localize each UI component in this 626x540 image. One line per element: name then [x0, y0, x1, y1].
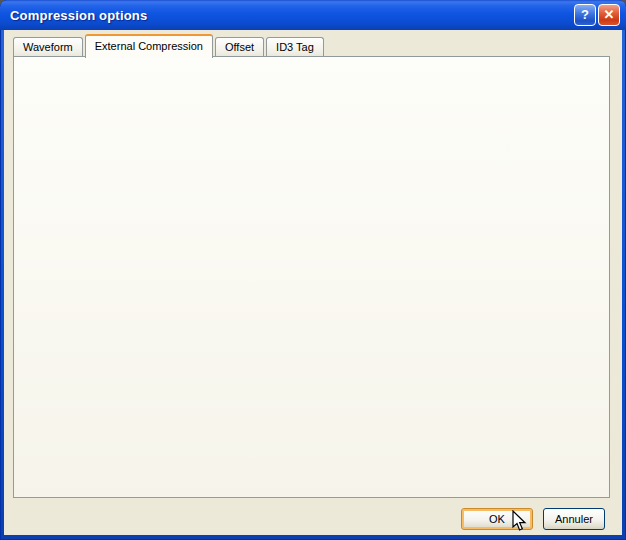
close-button[interactable]: ✕ — [598, 4, 620, 26]
window-title: Compression options — [0, 8, 147, 23]
compression-options-dialog: Compression options ? ✕ Waveform Externa… — [0, 0, 626, 540]
help-icon: ? — [581, 7, 589, 22]
tab-id3-tag[interactable]: ID3 Tag — [266, 37, 324, 57]
tab-strip: Waveform External Compression Offset ID3… — [13, 33, 326, 57]
external-compression-page — [13, 56, 610, 498]
tab-offset[interactable]: Offset — [215, 37, 264, 57]
help-button[interactable]: ? — [574, 4, 596, 26]
tab-external-compression[interactable]: External Compression — [85, 34, 213, 58]
mouse-cursor-icon — [512, 510, 528, 532]
tab-waveform[interactable]: Waveform — [13, 37, 83, 57]
close-icon: ✕ — [604, 7, 615, 22]
title-bar[interactable]: Compression options ? ✕ — [0, 0, 626, 30]
dialog-body: Waveform External Compression Offset ID3… — [4, 30, 622, 535]
cancel-button[interactable]: Annuler — [543, 508, 605, 530]
